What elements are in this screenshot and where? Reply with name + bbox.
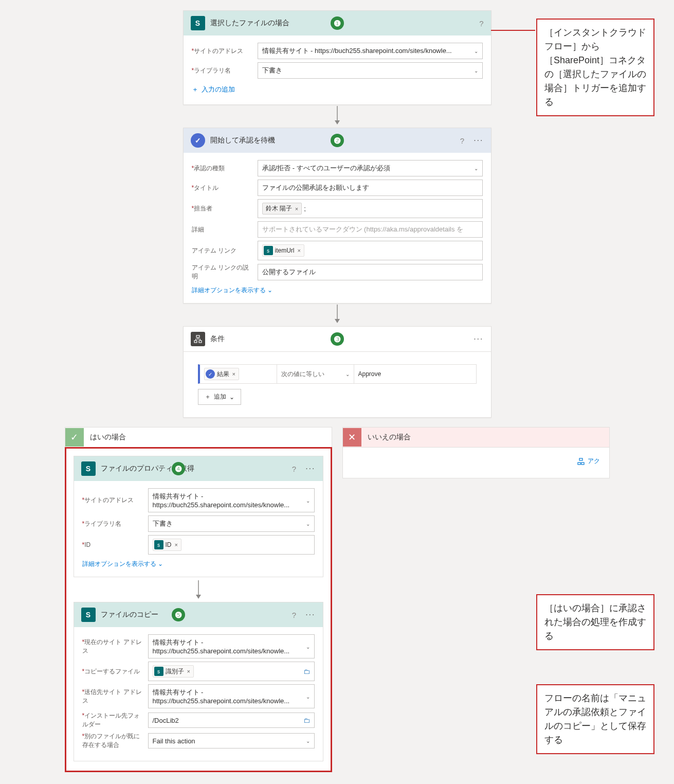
itemlink-input[interactable]: s itemUrl × xyxy=(258,241,483,260)
no-branch: ✕ いいえの場合 アク xyxy=(342,427,610,478)
folder-icon[interactable]: 🗀 xyxy=(303,668,310,675)
chevron-down-icon: ⌄ xyxy=(474,68,478,74)
title-input[interactable]: ファイルの公開承認をお願いします xyxy=(258,180,483,196)
yes-branch-header[interactable]: ✓ はいの場合 xyxy=(65,427,332,448)
assignee-input[interactable]: 鈴木 陽子 × ; xyxy=(258,199,483,218)
add-input-link[interactable]: ＋ 入力の追加 xyxy=(192,85,483,94)
arrow-connector[interactable] xyxy=(333,105,341,128)
add-condition-button[interactable]: ＋ 追加 ⌄ xyxy=(198,389,241,405)
itemlinkdesc-label: アイテム リンクの説明 xyxy=(192,263,258,281)
sharepoint-icon: s xyxy=(154,667,163,676)
chevron-down-icon: ⌄ xyxy=(306,497,310,503)
approval-icon: ✓ xyxy=(191,133,205,148)
chevron-down-icon: ⌄ xyxy=(229,394,234,401)
folder-icon[interactable]: 🗀 xyxy=(303,717,310,724)
svg-rect-5 xyxy=(194,341,197,343)
condition-header[interactable]: 条件 ❸ ··· xyxy=(184,327,491,352)
svg-marker-12 xyxy=(196,595,201,599)
help-icon[interactable]: ? xyxy=(292,611,296,619)
trigger-header[interactable]: S 選択したファイルの場合 ❶ ? xyxy=(184,11,491,35)
copy-file-input[interactable]: s 識別子 × 🗀 xyxy=(148,662,315,681)
more-icon[interactable]: ··· xyxy=(473,136,483,145)
annotation-2-text: ［はいの場合］に承認された場合の処理を作成する xyxy=(544,603,646,641)
help-icon[interactable]: ? xyxy=(292,465,296,473)
itemlink-label: アイテム リンク xyxy=(192,246,258,255)
more-icon[interactable]: ··· xyxy=(305,610,315,619)
details-label: 詳細 xyxy=(192,225,258,234)
chevron-down-icon: ⌄ xyxy=(158,560,163,567)
itemurl-token[interactable]: s itemUrl × xyxy=(262,244,304,257)
close-icon[interactable]: × xyxy=(175,542,178,548)
svg-rect-14 xyxy=(578,462,580,465)
condition-operator[interactable]: 次の値に等しい ⌄ xyxy=(277,365,354,383)
annotation-3-text: フローの名前は「マニュアルの承認依頼とファイルのコピー」として保存する xyxy=(544,693,646,745)
current-site-label: *現在のサイト アドレス xyxy=(82,638,148,655)
chevron-down-icon: ⌄ xyxy=(306,644,310,649)
step-badge-2: ❷ xyxy=(331,134,344,147)
site-address-label: *サイトのアドレス xyxy=(82,496,148,505)
copy-file-header[interactable]: S ファイルのコピー ❺ ? ··· xyxy=(74,602,323,627)
show-advanced-options[interactable]: 詳細オプションを表示する ⌄ xyxy=(82,560,315,568)
approval-type-dropdown[interactable]: 承認/拒否 - すべてのユーザーの承認が必須 ⌄ xyxy=(258,160,483,176)
no-branch-header[interactable]: ✕ いいえの場合 xyxy=(342,427,610,448)
if-exists-dropdown[interactable]: Fail this action ⌄ xyxy=(148,733,315,749)
arrow-connector[interactable] xyxy=(333,304,341,326)
outcome-token[interactable]: ✓ 結果 × xyxy=(204,368,239,380)
arrow-connector[interactable] xyxy=(74,579,323,602)
action-card-copy-file: S ファイルのコピー ❺ ? ··· *現在のサイト アドレス 情報共有サイト … xyxy=(74,602,323,761)
get-properties-title: ファイルのプロパティの取得 xyxy=(101,464,287,473)
action-icon xyxy=(577,458,585,465)
x-icon: ✕ xyxy=(343,428,361,447)
approval-header[interactable]: ✓ 開始して承認を待機 ❷ ? ··· xyxy=(184,128,491,153)
svg-marker-3 xyxy=(335,319,340,323)
chevron-down-icon: ⌄ xyxy=(306,693,310,699)
condition-icon xyxy=(191,332,205,346)
install-folder-input[interactable]: /DocLib2 🗀 xyxy=(148,712,315,728)
site-address-dropdown[interactable]: 情報共有サイト - https://buch255.sharepoint.com… xyxy=(258,43,483,59)
sharepoint-icon: s xyxy=(154,540,163,549)
condition-right[interactable]: Approve xyxy=(354,365,476,383)
site-address-dropdown[interactable]: 情報共有サイト - https://buch255.sharepoint.com… xyxy=(148,488,315,512)
add-action-link[interactable]: アク xyxy=(352,457,600,466)
dest-site-label: *送信先サイト アドレス xyxy=(82,688,148,705)
yes-branch-title: はいの場合 xyxy=(90,433,126,442)
annotation-2: ［はいの場合］に承認された場合の処理を作成する xyxy=(536,594,654,650)
close-icon[interactable]: × xyxy=(298,247,301,254)
step-badge-1: ❶ xyxy=(331,16,344,30)
library-dropdown[interactable]: 下書き ⌄ xyxy=(148,515,315,532)
current-site-dropdown[interactable]: 情報共有サイト - https://buch255.sharepoint.com… xyxy=(148,634,315,658)
identifier-token[interactable]: s 識別子 × xyxy=(153,665,194,678)
help-icon[interactable]: ? xyxy=(460,136,464,145)
id-token[interactable]: s ID × xyxy=(153,539,181,551)
more-icon[interactable]: ··· xyxy=(473,334,483,344)
help-icon[interactable]: ? xyxy=(479,19,483,28)
trigger-card-selected-file: S 選択したファイルの場合 ❶ ? *サイトのアドレス 情報共有サイト - ht… xyxy=(183,10,491,105)
dest-site-dropdown[interactable]: 情報共有サイト - https://buch255.sharepoint.com… xyxy=(148,684,315,708)
svg-marker-1 xyxy=(335,120,340,124)
close-icon[interactable]: × xyxy=(187,668,190,674)
install-folder-label: *インストール先フォルダー xyxy=(82,711,148,729)
assignee-label: *担当者 xyxy=(192,204,258,213)
library-label: *ライブラリ名 xyxy=(82,520,148,528)
condition-left[interactable]: ✓ 結果 × xyxy=(200,365,277,383)
details-input[interactable]: サポートされているマークダウン (https://aka.ms/approval… xyxy=(258,221,483,238)
annotation-1-text: ［インスタントクラウドフロー］から［SharePoint］コネクタの［選択したフ… xyxy=(544,27,646,107)
chevron-down-icon: ⌄ xyxy=(306,521,310,527)
svg-rect-4 xyxy=(196,335,199,337)
assignee-token[interactable]: 鈴木 陽子 × xyxy=(262,203,302,215)
action-card-get-properties: S ファイルのプロパティの取得 ❹ ? ··· *サイトのアドレス 情報共有サイ… xyxy=(74,456,323,577)
close-icon[interactable]: × xyxy=(295,206,298,212)
plus-icon: ＋ xyxy=(192,85,198,94)
itemlinkdesc-input[interactable]: 公開するファイル xyxy=(258,264,483,280)
more-icon[interactable]: ··· xyxy=(305,464,315,473)
library-dropdown[interactable]: 下書き ⌄ xyxy=(258,62,483,79)
annotation-3: フローの名前は「マニュアルの承認依頼とファイルのコピー」として保存する xyxy=(536,684,654,754)
id-input[interactable]: s ID × xyxy=(148,535,315,555)
step-badge-4: ❹ xyxy=(172,462,185,475)
title-label: *タイトル xyxy=(192,184,258,192)
sharepoint-icon: s xyxy=(264,246,273,255)
get-properties-header[interactable]: S ファイルのプロパティの取得 ❹ ? ··· xyxy=(74,456,323,481)
chevron-down-icon: ⌄ xyxy=(306,738,310,744)
show-advanced-options[interactable]: 詳細オプションを表示する ⌄ xyxy=(192,286,483,295)
close-icon[interactable]: × xyxy=(232,371,235,377)
